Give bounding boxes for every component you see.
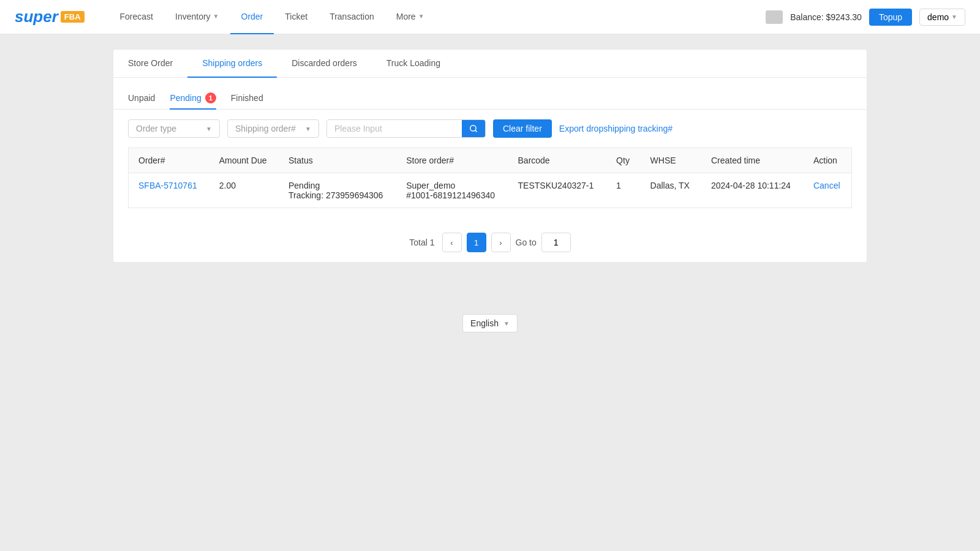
sub-tab-label-finished: Finished bbox=[231, 93, 263, 103]
nav-links: ForecastInventory ▼OrderTicketTransactio… bbox=[109, 0, 766, 34]
col-amount-due: Amount Due bbox=[209, 148, 279, 173]
prev-page-button[interactable]: ‹ bbox=[442, 233, 462, 252]
table-cell-qty: 1 bbox=[606, 173, 640, 208]
more-chevron-icon: ▼ bbox=[418, 13, 424, 20]
sub-tabs: UnpaidPending1Finished bbox=[113, 78, 867, 110]
sub-tab-unpaid[interactable]: Unpaid bbox=[128, 88, 155, 110]
sub-tab-finished[interactable]: Finished bbox=[231, 88, 263, 110]
pagination: Total 1 ‹ 1 › Go to bbox=[113, 223, 867, 262]
col-order-: Order# bbox=[129, 148, 209, 173]
nav-item-forecast[interactable]: Forecast bbox=[109, 0, 164, 34]
main-tabs: Store OrderShipping ordersDiscarded orde… bbox=[113, 50, 867, 78]
page-1-button[interactable]: 1 bbox=[467, 233, 486, 252]
inventory-chevron-icon: ▼ bbox=[213, 13, 219, 20]
table-cell-whse: Dallas, TX bbox=[641, 173, 701, 208]
table-cell-action: Cancel bbox=[804, 173, 852, 208]
table-header: Order#Amount DueStatusStore order#Barcod… bbox=[129, 148, 852, 173]
sub-tab-pending[interactable]: Pending1 bbox=[170, 88, 216, 110]
col-store-order-: Store order# bbox=[396, 148, 508, 173]
order-type-select[interactable]: Order type ▼ bbox=[128, 119, 220, 138]
nav-item-inventory[interactable]: Inventory ▼ bbox=[164, 0, 230, 34]
language-chevron-icon: ▼ bbox=[503, 320, 510, 327]
order-card: Store OrderShipping ordersDiscarded orde… bbox=[113, 49, 867, 263]
balance-icon bbox=[766, 10, 783, 24]
table-cell-order-: SFBA-5710761 bbox=[129, 173, 209, 208]
language-label: English bbox=[470, 318, 499, 328]
svg-line-1 bbox=[475, 130, 477, 132]
shipping-order-select[interactable]: Shipping order# ▼ bbox=[227, 119, 319, 138]
main-content: Store OrderShipping ordersDiscarded orde… bbox=[98, 34, 882, 277]
demo-label: demo bbox=[927, 12, 949, 22]
footer: English ▼ bbox=[0, 302, 980, 345]
store-order-line1: Super_demo bbox=[406, 181, 455, 190]
table-body: SFBA-57107612.00PendingTracking: 2739596… bbox=[129, 173, 852, 208]
next-page-button[interactable]: › bbox=[491, 233, 511, 252]
store-order-line2: #1001-6819121496340 bbox=[406, 190, 495, 200]
demo-button[interactable]: demo ▼ bbox=[919, 9, 965, 26]
orders-table: Order#Amount DueStatusStore order#Barcod… bbox=[128, 148, 852, 208]
sub-tab-badge-pending: 1 bbox=[205, 92, 216, 103]
sub-tab-label-unpaid: Unpaid bbox=[128, 93, 155, 103]
tab-truck-loading[interactable]: Truck Loading bbox=[372, 50, 455, 78]
search-icon bbox=[469, 124, 478, 133]
col-whse: WHSE bbox=[641, 148, 701, 173]
cancel-link[interactable]: Cancel bbox=[813, 181, 840, 190]
nav-item-more[interactable]: More ▼ bbox=[385, 0, 435, 34]
order-type-chevron-icon: ▼ bbox=[206, 126, 212, 132]
total-text: Total 1 bbox=[409, 238, 434, 247]
filters-row: Order type ▼ Shipping order# ▼ Clear fil… bbox=[113, 110, 867, 148]
col-created-time: Created time bbox=[701, 148, 804, 173]
table-wrapper: Order#Amount DueStatusStore order#Barcod… bbox=[113, 148, 867, 223]
clear-filter-button[interactable]: Clear filter bbox=[493, 119, 552, 138]
logo-super: super bbox=[15, 7, 58, 26]
goto-input[interactable] bbox=[541, 233, 571, 252]
table-cell-barcode: TESTSKU240327-1 bbox=[508, 173, 607, 208]
order-type-placeholder: Order type bbox=[136, 124, 176, 133]
logo-fba: FBA bbox=[61, 11, 85, 23]
tab-discarded-orders[interactable]: Discarded orders bbox=[277, 50, 372, 78]
status-line1: Pending bbox=[288, 181, 320, 190]
nav-item-transaction[interactable]: Transaction bbox=[318, 0, 385, 34]
table-cell-status: PendingTracking: 273959694306 bbox=[279, 173, 396, 208]
col-action: Action bbox=[804, 148, 852, 173]
table-cell-created-time: 2024-04-28 10:11:24 bbox=[701, 173, 804, 208]
balance-text: Balance: $9243.30 bbox=[790, 12, 862, 22]
logo[interactable]: super FBA bbox=[15, 7, 85, 26]
export-link[interactable]: Export dropshipping tracking# bbox=[559, 124, 673, 133]
order-link[interactable]: SFBA-5710761 bbox=[138, 181, 197, 190]
demo-chevron-icon: ▼ bbox=[951, 13, 957, 20]
goto-label: Go to bbox=[516, 238, 537, 247]
navbar: super FBA ForecastInventory ▼OrderTicket… bbox=[0, 0, 980, 34]
sub-tab-label-pending: Pending bbox=[170, 93, 201, 103]
nav-item-order[interactable]: Order bbox=[230, 0, 274, 34]
table-cell-amount-due: 2.00 bbox=[209, 173, 279, 208]
search-button[interactable] bbox=[462, 120, 485, 137]
table-cell-store-order-: Super_demo#1001-6819121496340 bbox=[396, 173, 508, 208]
topup-button[interactable]: Topup bbox=[869, 9, 912, 26]
col-barcode: Barcode bbox=[508, 148, 607, 173]
shipping-order-placeholder: Shipping order# bbox=[235, 124, 296, 133]
table-row: SFBA-57107612.00PendingTracking: 2739596… bbox=[129, 173, 852, 208]
col-status: Status bbox=[279, 148, 396, 173]
language-select[interactable]: English ▼ bbox=[462, 314, 518, 332]
nav-right: Balance: $9243.30 Topup demo ▼ bbox=[766, 9, 965, 26]
search-input[interactable] bbox=[327, 120, 462, 137]
tab-shipping-orders[interactable]: Shipping orders bbox=[187, 50, 277, 78]
col-qty: Qty bbox=[606, 148, 640, 173]
nav-item-ticket[interactable]: Ticket bbox=[274, 0, 318, 34]
shipping-order-chevron-icon: ▼ bbox=[305, 126, 311, 132]
tab-store-order[interactable]: Store Order bbox=[113, 50, 187, 78]
search-box bbox=[326, 119, 486, 138]
status-tracking: Tracking: 273959694306 bbox=[288, 190, 383, 200]
